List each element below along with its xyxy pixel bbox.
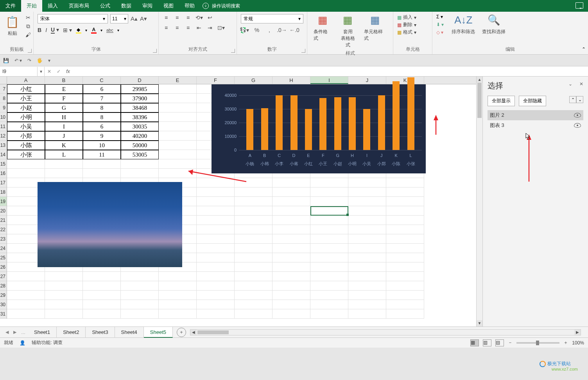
font-color-button[interactable]: A	[91, 27, 97, 34]
fill-handle[interactable]	[346, 214, 349, 216]
cell[interactable]	[386, 262, 424, 272]
cell[interactable]	[7, 169, 45, 178]
zoom-out-icon[interactable]: －	[508, 339, 513, 346]
cell[interactable]	[272, 178, 310, 187]
cell[interactable]	[159, 84, 197, 94]
cell[interactable]	[7, 281, 45, 291]
cell[interactable]	[7, 272, 45, 281]
cell[interactable]	[348, 178, 386, 187]
accounting-format-icon[interactable]: 💱▾	[241, 27, 248, 34]
fill-button[interactable]: ⬇ ▾	[436, 22, 444, 27]
tab-data[interactable]: 数据	[116, 0, 137, 12]
data-cell[interactable]: E	[45, 84, 83, 94]
cell[interactable]	[386, 281, 424, 291]
sheet-tab[interactable]: Sheet1	[28, 327, 57, 338]
sheet-nav-more-icon[interactable]: …	[19, 330, 28, 335]
cell[interactable]	[310, 244, 348, 253]
data-cell[interactable]: 38468	[121, 103, 159, 112]
cell[interactable]	[272, 272, 310, 281]
cell[interactable]	[235, 300, 272, 309]
column-header[interactable]: K	[386, 77, 424, 84]
row-header[interactable]: 23	[0, 234, 7, 244]
fill-color-button[interactable]: ◆	[76, 27, 81, 34]
autosum-button[interactable]: Σ ▾	[436, 14, 444, 20]
cell[interactable]	[159, 150, 197, 159]
align-center-icon[interactable]: ≡	[174, 24, 181, 31]
align-left-icon[interactable]: ≡	[163, 24, 170, 31]
select-all-corner[interactable]	[0, 77, 7, 84]
cell[interactable]	[235, 244, 272, 253]
scroll-thumb[interactable]	[197, 330, 229, 334]
data-cell[interactable]: 小红	[7, 84, 45, 94]
cell[interactable]	[197, 262, 235, 272]
cell[interactable]	[348, 262, 386, 272]
page-break-view-icon[interactable]: ▤	[495, 339, 504, 346]
tab-layout[interactable]: 页面布局	[63, 0, 95, 12]
cell[interactable]	[386, 216, 424, 225]
percent-format-icon[interactable]: %	[253, 27, 260, 34]
cell[interactable]	[386, 244, 424, 253]
cell[interactable]	[197, 309, 235, 319]
cell[interactable]	[197, 216, 235, 225]
data-cell[interactable]: 29985	[121, 84, 159, 94]
row-header[interactable]: 24	[0, 244, 7, 253]
cell[interactable]	[348, 309, 386, 319]
decrease-decimal-icon[interactable]: ←.0	[291, 27, 298, 34]
cell[interactable]	[348, 206, 386, 216]
tab-insert[interactable]: 插入	[42, 0, 63, 12]
column-header[interactable]: G	[235, 77, 272, 84]
column-header[interactable]: F	[197, 77, 235, 84]
row-header[interactable]: 29	[0, 291, 7, 300]
data-cell[interactable]: 9	[83, 131, 121, 141]
cell[interactable]	[272, 216, 310, 225]
sheet-nav-first-icon[interactable]: ◀	[3, 330, 11, 335]
sheet-nav-next-icon[interactable]: ▶	[11, 330, 19, 335]
redo-icon[interactable]: ↷	[27, 58, 31, 63]
cell[interactable]	[197, 244, 235, 253]
data-cell[interactable]: K	[45, 141, 83, 150]
data-cell[interactable]: L	[45, 150, 83, 159]
scroll-down-icon[interactable]: ▼	[477, 320, 482, 326]
tab-home[interactable]: 开始	[21, 0, 42, 12]
cell[interactable]	[235, 197, 272, 206]
scroll-up-icon[interactable]: ▲	[477, 77, 482, 83]
tab-help[interactable]: 帮助	[179, 0, 200, 12]
cell[interactable]	[83, 272, 121, 281]
data-cell[interactable]: J	[45, 131, 83, 141]
cell[interactable]	[45, 291, 83, 300]
row-header[interactable]: 27	[0, 272, 7, 281]
pane-close-icon[interactable]: ✕	[579, 81, 583, 87]
align-bottom-icon[interactable]: ≡	[185, 14, 192, 21]
name-box[interactable]: I9	[0, 67, 38, 76]
align-middle-icon[interactable]: ≡	[174, 14, 181, 21]
sheet-tab[interactable]: Sheet2	[57, 327, 86, 338]
copy-icon[interactable]: ⧉	[25, 23, 32, 30]
row-header[interactable]: 22	[0, 225, 7, 234]
cell[interactable]	[235, 253, 272, 262]
row-header[interactable]: 21	[0, 216, 7, 225]
cell[interactable]	[235, 225, 272, 234]
worksheet[interactable]: ABCDEFGHIJK 7891011121314151617181920212…	[0, 77, 482, 326]
cell[interactable]	[159, 122, 197, 131]
row-header[interactable]: 20	[0, 206, 7, 216]
row-header[interactable]: 7	[0, 84, 7, 94]
cell[interactable]	[310, 291, 348, 300]
cell[interactable]	[310, 300, 348, 309]
new-sheet-button[interactable]: +	[177, 328, 186, 337]
cell[interactable]	[45, 309, 83, 319]
cell[interactable]	[235, 234, 272, 244]
cell[interactable]	[272, 187, 310, 197]
sheet-tab[interactable]: Sheet5	[144, 327, 173, 338]
cell[interactable]	[348, 234, 386, 244]
cell[interactable]	[272, 300, 310, 309]
data-cell[interactable]: 小吴	[7, 122, 45, 131]
touch-mode-icon[interactable]: 🖐	[37, 58, 43, 63]
cell[interactable]	[272, 197, 310, 206]
row-header[interactable]: 9	[0, 103, 7, 112]
increase-indent-icon[interactable]: ⇥	[206, 24, 213, 31]
visibility-toggle-icon[interactable]	[574, 113, 581, 118]
data-cell[interactable]: 小陈	[7, 141, 45, 150]
border-button[interactable]: ⊞ ▾	[63, 27, 72, 33]
visibility-toggle-icon[interactable]	[574, 123, 581, 128]
cell[interactable]	[83, 281, 121, 291]
